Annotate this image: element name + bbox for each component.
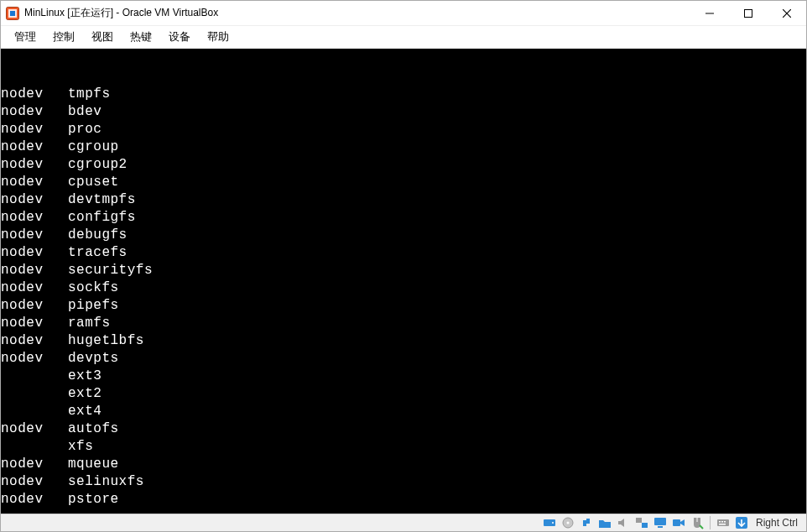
- terminal-line: ext3: [1, 368, 806, 385]
- display-icon[interactable]: [653, 515, 668, 530]
- menu-devices[interactable]: 设备: [160, 26, 199, 48]
- terminal-line: nodevselinuxfs: [1, 473, 806, 491]
- svg-rect-2: [10, 11, 15, 16]
- host-key-label: Right Ctrl: [752, 517, 801, 529]
- virtualbox-app-icon: [6, 7, 19, 20]
- terminal-line: nodevautofs: [1, 420, 806, 438]
- vm-terminal[interactable]: nodevtmpfsnodevbdevnodevprocnodevcgroupn…: [1, 49, 806, 514]
- menu-view[interactable]: 视图: [83, 26, 122, 48]
- menu-machine[interactable]: 控制: [44, 26, 83, 48]
- terminal-line: nodevconfigfs: [1, 209, 806, 227]
- keyboard-icon[interactable]: [716, 515, 731, 530]
- terminal-line: nodevbdev: [1, 103, 806, 121]
- svg-rect-8: [636, 518, 642, 523]
- mouse-integration-icon[interactable]: [690, 515, 705, 530]
- menu-help[interactable]: 帮助: [199, 26, 237, 48]
- usb-icon[interactable]: [579, 515, 594, 530]
- terminal-line: nodevcgroup2: [1, 156, 806, 174]
- terminal-line: ext4: [1, 403, 806, 420]
- svg-rect-12: [673, 519, 680, 526]
- menu-manage[interactable]: 管理: [6, 26, 44, 48]
- terminal-line: nodevdevtmpfs: [1, 191, 806, 209]
- close-button[interactable]: [768, 1, 806, 26]
- svg-rect-3: [745, 9, 752, 17]
- terminal-line: ext2: [1, 385, 806, 403]
- audio-icon[interactable]: [616, 515, 631, 530]
- terminal-line: nodevcgroup: [1, 138, 806, 156]
- titlebar: MinLinux [正在运行] - Oracle VM VirtualBox: [1, 1, 806, 26]
- svg-rect-14: [719, 521, 721, 523]
- menu-input[interactable]: 热键: [122, 26, 160, 48]
- svg-rect-16: [724, 521, 726, 523]
- terminal-line: nodevhugetlbfs: [1, 332, 806, 350]
- terminal-line: nodevpstore: [1, 491, 806, 509]
- video-capture-icon[interactable]: [671, 515, 686, 530]
- terminal-line: nodevtracefs: [1, 244, 806, 262]
- terminal-line: nodevtmpfs: [1, 86, 806, 103]
- window-title: MinLinux [正在运行] - Oracle VM VirtualBox: [24, 6, 218, 20]
- harddisk-icon[interactable]: [542, 515, 557, 530]
- terminal-line: nodevsockfs: [1, 279, 806, 297]
- terminal-line: nodevproc: [1, 121, 806, 138]
- svg-rect-10: [654, 518, 666, 525]
- svg-rect-11: [658, 526, 663, 528]
- shared-folder-icon[interactable]: [597, 515, 612, 530]
- optical-icon[interactable]: [560, 515, 575, 530]
- status-separator: [710, 516, 711, 529]
- svg-rect-17: [719, 524, 726, 525]
- maximize-button[interactable]: [729, 1, 768, 26]
- terminal-line: nodevramfs: [1, 315, 806, 332]
- virtualbox-window: MinLinux [正在运行] - Oracle VM VirtualBox 管…: [0, 0, 807, 532]
- minimize-button[interactable]: [690, 1, 729, 26]
- svg-rect-13: [717, 519, 729, 526]
- terminal-line: nodevsecurityfs: [1, 262, 806, 279]
- svg-rect-15: [721, 521, 723, 523]
- svg-point-5: [552, 522, 554, 524]
- terminal-line: nodevcpuset: [1, 174, 806, 191]
- svg-point-7: [566, 522, 569, 524]
- svg-rect-9: [642, 523, 648, 528]
- terminal-line: xfs: [1, 438, 806, 456]
- menubar: 管理 控制 视图 热键 设备 帮助: [1, 26, 806, 49]
- terminal-line: nodevdebugfs: [1, 227, 806, 244]
- network-icon[interactable]: [634, 515, 649, 530]
- statusbar: Right Ctrl: [1, 514, 806, 531]
- terminal-output: nodevtmpfsnodevbdevnodevprocnodevcgroupn…: [1, 86, 806, 509]
- terminal-line: nodevmqueue: [1, 456, 806, 473]
- terminal-line: nodevdevpts: [1, 350, 806, 368]
- terminal-line: nodevpipefs: [1, 297, 806, 315]
- host-key-icon[interactable]: [734, 515, 749, 530]
